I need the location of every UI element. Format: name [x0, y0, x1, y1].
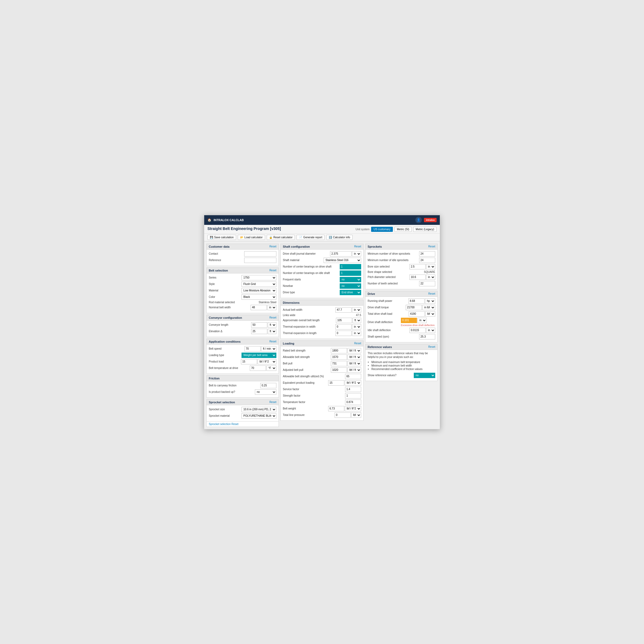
sprockets-right-reset[interactable]: Reset: [428, 245, 435, 248]
conveyor-length-unit[interactable]: ft: [268, 322, 276, 328]
belt-length-input[interactable]: [336, 318, 352, 323]
idle-deflect-input[interactable]: [409, 328, 426, 333]
thermal-width-input[interactable]: [335, 324, 352, 330]
thermal-length-input[interactable]: [335, 331, 352, 336]
equiv-load-input[interactable]: [328, 380, 344, 386]
conveyor-config-reset[interactable]: Reset: [269, 316, 276, 319]
nominal-width-input[interactable]: [251, 305, 267, 310]
adj-belt-pull-unit[interactable]: lbf / ft: [347, 367, 361, 373]
shaft-config-reset[interactable]: Reset: [354, 245, 361, 248]
unit-us-customary[interactable]: US customary: [371, 227, 393, 232]
friction-body: Belt to carryway friction Is product bac…: [207, 381, 279, 397]
allowable-strength-unit[interactable]: lbf / ft: [347, 354, 361, 360]
belt-weight-input[interactable]: [328, 406, 344, 411]
loading-reset[interactable]: Reset: [354, 342, 361, 345]
drive-reset[interactable]: Reset: [428, 292, 435, 295]
drive-type-select[interactable]: End drive: [340, 290, 361, 295]
frequent-starts-select[interactable]: no: [340, 277, 361, 282]
product-backed-select[interactable]: no: [255, 389, 276, 395]
application-conditions-reset[interactable]: Reset: [269, 340, 276, 343]
bore-size-unit[interactable]: in: [426, 264, 435, 269]
journal-diameter-input[interactable]: [330, 251, 352, 257]
journal-diameter-unit[interactable]: in: [352, 251, 361, 257]
belt-speed-input[interactable]: [244, 346, 261, 352]
rated-strength-unit[interactable]: lbf / ft: [347, 348, 361, 353]
teeth-input[interactable]: [419, 281, 435, 286]
total-pressure-input[interactable]: [335, 412, 351, 418]
rated-strength-input[interactable]: [331, 348, 347, 353]
sprocket-reset-row[interactable]: Sprocket selection Reset: [207, 421, 279, 427]
belt-temp-input[interactable]: [250, 365, 266, 371]
center-idle-bearings-input[interactable]: [340, 270, 361, 276]
color-select[interactable]: Black: [241, 294, 276, 300]
belt-speed-unit[interactable]: ft / min: [261, 346, 276, 352]
idle-deflect-unit[interactable]: in: [426, 328, 435, 333]
elevation-input[interactable]: [251, 329, 267, 334]
allowable-strength-input[interactable]: [331, 354, 347, 360]
generate-report-button[interactable]: 📄 Generate report: [297, 235, 325, 240]
shaft-power-input[interactable]: [408, 298, 425, 304]
series-select[interactable]: 1750: [241, 275, 276, 280]
load-calculator-button[interactable]: 📂 Load calculator: [238, 235, 265, 240]
min-drive-input[interactable]: [419, 251, 435, 257]
unit-metric-legacy[interactable]: Metric (Legacy): [413, 227, 437, 232]
total-load-input[interactable]: [409, 311, 425, 317]
shaft-torque-unit[interactable]: in lbf: [422, 305, 435, 310]
total-pressure-unit[interactable]: lbf: [351, 412, 361, 418]
reset-calculator-button[interactable]: 🔒 Reset calculator: [267, 235, 295, 240]
bore-size-input[interactable]: [409, 264, 426, 269]
shaft-power-unit[interactable]: hp: [425, 298, 435, 304]
style-select[interactable]: Flush Grid: [241, 281, 276, 287]
thermal-width-input-group: in: [335, 324, 361, 330]
belt-pull-unit[interactable]: lbf / ft: [347, 361, 361, 366]
show-reference-select[interactable]: no: [414, 373, 435, 378]
center-drive-bearings-input[interactable]: [340, 264, 361, 269]
home-icon[interactable]: 🏠: [207, 218, 211, 222]
sprocket-size-select[interactable]: 10.6 in (269 mm) PD, 22T: [241, 407, 276, 412]
belt-length-unit[interactable]: ft: [353, 318, 361, 323]
belt-temp-unit[interactable]: °F: [266, 365, 276, 371]
belt-pull-input[interactable]: [331, 361, 347, 366]
service-factor-input[interactable]: [345, 387, 361, 392]
shaft-deflect-input[interactable]: [401, 318, 417, 323]
pitch-diameter-unit[interactable]: in: [426, 275, 435, 280]
contact-input[interactable]: [244, 251, 276, 257]
loading-type-select[interactable]: Weight per belt area: [241, 353, 276, 358]
reference-values-reset[interactable]: Reset: [428, 345, 435, 348]
carryway-friction-input[interactable]: [260, 383, 276, 388]
unit-metric-si[interactable]: Metric (SI): [394, 227, 412, 232]
pitch-diameter-input[interactable]: [409, 275, 426, 280]
shaft-deflect-unit[interactable]: in: [418, 318, 427, 323]
conveyor-length-input[interactable]: [251, 322, 267, 328]
sprocket-material-select[interactable]: POLYURETHANE BLACK: [241, 413, 276, 419]
drive-type-label: Drive type: [283, 291, 339, 294]
reference-input[interactable]: [244, 258, 276, 263]
min-idle-input[interactable]: [419, 258, 435, 263]
adj-belt-pull-input[interactable]: [331, 367, 347, 373]
product-load-unit[interactable]: lbf / ft^2: [258, 359, 276, 364]
user-icon[interactable]: 👤: [415, 217, 422, 223]
calculator-info-button[interactable]: ℹ️ Calculator info: [326, 235, 353, 240]
nosebar-select[interactable]: no: [340, 283, 361, 289]
equiv-load-unit[interactable]: lbf / ft^2: [345, 380, 361, 386]
temp-factor-input[interactable]: [345, 400, 361, 405]
product-load-input[interactable]: [241, 359, 257, 364]
actual-width-unit[interactable]: in: [352, 307, 361, 313]
nominal-width-unit-select[interactable]: in: [267, 305, 276, 310]
actual-width-input[interactable]: [335, 307, 352, 313]
sprocket-selection-reset[interactable]: Reset: [269, 401, 276, 404]
customer-data-reset[interactable]: Reset: [269, 245, 276, 248]
shaft-torque-input[interactable]: [406, 305, 422, 310]
thermal-width-unit[interactable]: in: [352, 324, 361, 330]
shaft-speed-input[interactable]: [419, 334, 435, 339]
belt-selection-reset[interactable]: Reset: [269, 269, 276, 272]
elevation-unit[interactable]: ft: [268, 329, 276, 334]
thermal-length-unit[interactable]: in: [352, 331, 361, 336]
shaft-material-select[interactable]: Stainless Steel 316: [324, 258, 361, 263]
utilized-input[interactable]: [345, 374, 361, 379]
save-calculation-button[interactable]: 💾 Save calculation: [207, 235, 236, 240]
total-load-unit[interactable]: lbf: [425, 311, 435, 317]
material-select[interactable]: Low Moisture Abrasion Resistant: [241, 288, 276, 293]
strength-factor-input[interactable]: [345, 393, 361, 398]
belt-weight-unit[interactable]: lbf / ft^2: [345, 406, 361, 411]
